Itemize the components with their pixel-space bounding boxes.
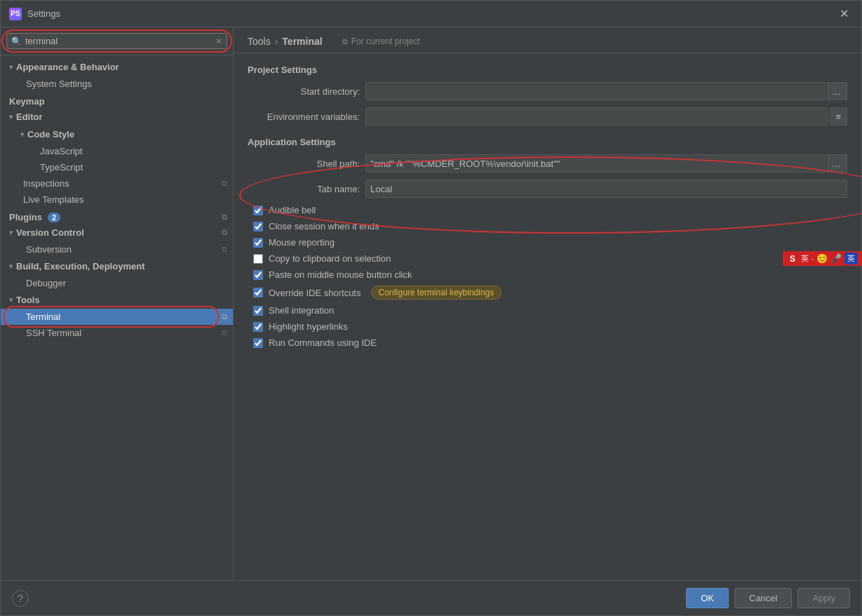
mouse-reporting-label: Mouse reporting <box>269 237 335 248</box>
breadcrumb: Tools › Terminal <box>248 36 323 47</box>
environment-variables-row: Environment variables: ≡ <box>248 107 847 126</box>
project-settings-title: Project Settings <box>248 65 847 75</box>
mouse-reporting-checkbox[interactable] <box>253 238 263 248</box>
sidebar-item-plugins[interactable]: Plugins 2 ⧉ <box>1 208 233 224</box>
ok-button[interactable]: OK <box>686 588 729 608</box>
sidebar-item-live-templates[interactable]: Live Templates <box>1 192 233 208</box>
override-ide-shortcuts-checkbox[interactable] <box>253 288 263 297</box>
environment-variables-label: Environment variables: <box>248 112 360 122</box>
app-settings-title: Application Settings <box>248 137 847 147</box>
search-input[interactable] <box>25 36 213 46</box>
copy-to-clipboard-label: Copy to clipboard on selection <box>269 253 391 264</box>
sidebar-item-terminal[interactable]: Terminal ⧉ <box>1 309 233 325</box>
override-ide-shortcuts-label: Override IDE shortcuts <box>269 288 361 298</box>
sidebar-item-keymap[interactable]: Keymap <box>1 92 233 108</box>
tab-name-row: Tab name: <box>248 180 847 198</box>
settings-dialog: PS Settings ✕ 🔍 ✕ ▾ Appearance & Behavio… <box>0 0 862 616</box>
search-icon: 🔍 <box>11 36 22 46</box>
sidebar-item-version-control[interactable]: ▾ Version Control ⧉ <box>1 224 233 241</box>
configure-keybindings-button[interactable]: Configure terminal keybindings <box>371 286 502 300</box>
sidebar-item-javascript[interactable]: JavaScript <box>1 143 233 159</box>
search-wrap: 🔍 ✕ <box>6 33 227 49</box>
chevron-down-icon-build: ▾ <box>9 262 13 270</box>
sidebar-item-code-style[interactable]: ▾ Code Style <box>1 126 233 143</box>
close-session-checkbox[interactable] <box>253 222 263 232</box>
run-commands-ide-checkbox[interactable] <box>253 338 263 348</box>
sidebar-item-subversion[interactable]: Subversion ⧉ <box>1 241 233 257</box>
apply-button[interactable]: Apply <box>797 588 850 608</box>
title-bar: PS Settings ✕ <box>1 1 861 27</box>
sidebar-item-tools[interactable]: ▾ Tools <box>1 291 233 309</box>
checkbox-run-commands-ide: Run Commands using IDE <box>250 337 847 348</box>
for-current-project-button[interactable]: ⧉ For current project <box>342 36 420 46</box>
paste-middle-mouse-label: Paste on middle mouse button click <box>269 269 412 280</box>
sidebar-item-debugger[interactable]: Debugger <box>1 275 233 291</box>
sidebar-item-typescript[interactable]: TypeScript <box>1 159 233 175</box>
sidebar-item-system-settings[interactable]: System Settings <box>1 76 233 92</box>
copy-to-clipboard-checkbox[interactable] <box>253 254 263 264</box>
sidebar-item-inspections[interactable]: Inspections ⧉ <box>1 175 233 192</box>
start-directory-input[interactable] <box>365 82 825 100</box>
start-directory-label: Start directory: <box>248 86 360 97</box>
checkbox-override-ide-shortcuts: Override IDE shortcuts Configure termina… <box>250 286 847 300</box>
highlight-hyperlinks-label: Highlight hyperlinks <box>269 321 348 332</box>
sidebar-item-appearance[interactable]: ▾ Appearance & Behavior <box>1 58 233 76</box>
tab-name-input[interactable] <box>365 180 847 198</box>
paste-middle-mouse-checkbox[interactable] <box>253 270 263 280</box>
panel-body: Project Settings Start directory: … Envi… <box>234 53 861 580</box>
search-clear-button[interactable]: ✕ <box>215 36 222 46</box>
shell-path-input-wrap: … <box>365 154 847 173</box>
chevron-down-icon: ▾ <box>9 63 13 71</box>
chevron-down-icon-tools: ▾ <box>9 296 13 304</box>
search-bar: 🔍 ✕ <box>1 27 233 55</box>
start-directory-browse-button[interactable]: … <box>826 82 847 100</box>
sidebar-item-ssh-terminal[interactable]: SSH Terminal ⧉ <box>1 325 233 341</box>
main-content: 🔍 ✕ ▾ Appearance & Behavior System Setti… <box>1 27 861 580</box>
checkbox-audible-bell: Audible bell <box>250 205 847 215</box>
audible-bell-checkbox[interactable] <box>253 206 263 215</box>
shell-integration-checkbox[interactable] <box>253 306 263 316</box>
start-directory-input-wrap: … <box>365 82 847 100</box>
breadcrumb-sep: › <box>275 36 278 47</box>
checkboxes-section: Audible bell Close session when it ends … <box>248 205 847 348</box>
shell-integration-label: Shell integration <box>269 305 334 316</box>
run-commands-ide-label: Run Commands using IDE <box>269 337 377 348</box>
checkbox-paste-middle-mouse: Paste on middle mouse button click <box>250 269 847 280</box>
sidebar-item-editor[interactable]: ▾ Editor <box>1 108 233 126</box>
ime-toolbar: S 英 · 😊 🎤 英 <box>783 251 862 266</box>
app-settings-section: Application Settings Shell path: … Tab n… <box>248 137 847 198</box>
close-button[interactable]: ✕ <box>835 6 853 22</box>
checkbox-shell-integration: Shell integration <box>250 305 847 316</box>
nav-tree: ▾ Appearance & Behavior System Settings … <box>1 55 233 580</box>
plugins-badge: 2 <box>48 213 60 222</box>
close-session-label: Close session when it ends <box>269 221 379 232</box>
copy-icon-plugins: ⧉ <box>222 213 227 222</box>
copy-icon-inspections: ⧉ <box>222 179 227 188</box>
audible-bell-label: Audible bell <box>269 205 316 215</box>
sidebar-item-build-exec[interactable]: ▾ Build, Execution, Deployment <box>1 257 233 275</box>
copy-icon-vc: ⧉ <box>222 228 227 237</box>
environment-variables-input[interactable] <box>365 107 828 126</box>
env-vars-browse-button[interactable]: ≡ <box>830 107 847 126</box>
checkbox-copy-to-clipboard: Copy to clipboard on selection <box>250 253 847 264</box>
chevron-down-icon-editor: ▾ <box>9 113 13 121</box>
ime-label: S <box>787 253 798 265</box>
copy-icon-ssh: ⧉ <box>222 328 227 337</box>
breadcrumb-current: Terminal <box>282 36 322 47</box>
shell-path-label: Shell path: <box>248 159 360 169</box>
shell-path-browse-button[interactable]: … <box>826 154 847 173</box>
right-panel: Tools › Terminal ⧉ For current project P… <box>234 27 861 580</box>
highlight-hyperlinks-checkbox[interactable] <box>253 322 263 332</box>
panel-header: Tools › Terminal ⧉ For current project <box>234 27 861 53</box>
dialog-title: Settings <box>27 8 835 19</box>
env-vars-input-wrap: ≡ <box>365 107 847 126</box>
cancel-button[interactable]: Cancel <box>734 588 792 608</box>
checkbox-mouse-reporting: Mouse reporting <box>250 237 847 248</box>
chevron-down-icon-codestyle: ▾ <box>20 130 24 138</box>
project-icon: ⧉ <box>342 37 348 46</box>
checkbox-highlight-hyperlinks: Highlight hyperlinks <box>250 321 847 332</box>
help-button[interactable]: ? <box>12 590 29 607</box>
sidebar: 🔍 ✕ ▾ Appearance & Behavior System Setti… <box>1 27 234 580</box>
shell-path-input[interactable] <box>365 154 825 173</box>
start-directory-row: Start directory: … <box>248 82 847 100</box>
